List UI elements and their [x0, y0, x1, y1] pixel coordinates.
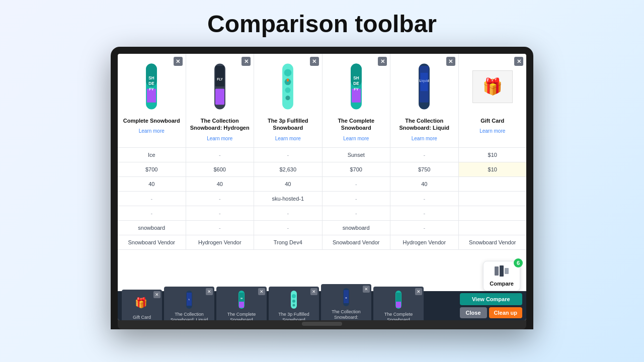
- sku-5: -: [390, 192, 459, 206]
- svg-rect-33: [239, 293, 244, 302]
- product-img-1: SH DE FY: [122, 59, 182, 114]
- toolbar-img-5: H: [339, 286, 354, 308]
- bc-4: -: [323, 206, 391, 220]
- sku-2: -: [186, 192, 255, 206]
- toolbar-remove-1[interactable]: ✕: [153, 291, 160, 298]
- remove-product-5[interactable]: ✕: [446, 57, 455, 66]
- compare-float-button[interactable]: 6 Compare: [483, 261, 520, 291]
- svg-point-39: [293, 304, 295, 307]
- learn-more-4[interactable]: Learn more: [343, 136, 369, 141]
- vendor-1: Snowboard Vendor: [118, 235, 186, 249]
- clean-up-button[interactable]: Clean up: [489, 307, 522, 318]
- toolbar-bottom-buttons: Close Clean up: [460, 307, 522, 318]
- view-compare-button[interactable]: View Compare: [460, 293, 522, 305]
- sku-3: sku-hosted-1: [254, 192, 323, 206]
- color-5: -: [390, 148, 459, 162]
- type-3: -: [254, 221, 323, 235]
- product-name-1: Complete Snowboard: [122, 117, 182, 124]
- toolbar-img-3: SH: [234, 289, 249, 311]
- gift-card-image: 🎁: [472, 70, 513, 103]
- svg-rect-8: [215, 89, 224, 105]
- product-col-4: ✕ SH DE FY The Complete Snowboard Learn …: [323, 54, 391, 147]
- toolbar-item-1: ✕ 🎁 Gift Card: [122, 290, 162, 320]
- learn-more-1[interactable]: Learn more: [139, 128, 165, 134]
- toolbar-img-2: L: [182, 289, 197, 311]
- toolbar-snowboard-2: L: [186, 290, 193, 309]
- svg-text:FY: FY: [149, 87, 154, 92]
- price-6: $10: [459, 162, 527, 176]
- barcode-row: - - - - -: [118, 206, 526, 221]
- remove-product-6[interactable]: ✕: [514, 57, 523, 66]
- product-col-5: ✕ Liquid The Collection Snowboard: Liqui…: [390, 54, 459, 147]
- product-name-3: The 3p Fulfilled Snowboard: [258, 117, 318, 132]
- learn-more-6[interactable]: Learn more: [479, 128, 505, 134]
- vendor-3: Trong Dev4: [254, 235, 323, 249]
- sku-1: -: [118, 192, 186, 206]
- bc-5: -: [390, 206, 459, 220]
- bc-3: -: [254, 206, 323, 220]
- svg-point-14: [286, 96, 290, 100]
- toolbar-item-5: ✕ ✓ H The Collection Snowboard: Hydrogen: [321, 284, 371, 320]
- product-name-6: Gift Card: [463, 117, 523, 124]
- type-row: snowboard - - snowboard -: [118, 221, 526, 235]
- vendor-5: Hydrogen Vendor: [390, 235, 459, 249]
- compare-icon: [495, 265, 509, 280]
- vendor-row: Snowboard Vendor Hydrogen Vendor Trong D…: [118, 235, 526, 250]
- compare-label: Compare: [490, 281, 514, 287]
- inv-3: 40: [254, 177, 323, 191]
- toolbar-label-6: The Complete Snowboard: [376, 312, 421, 320]
- toolbar-remove-6[interactable]: ✕: [415, 288, 422, 295]
- toolbar-snowboard-4: [290, 290, 297, 309]
- toolbar-item-4: ✕ The 3p Fulfilled Snowboard: [269, 287, 319, 320]
- toolbar-remove-3[interactable]: ✕: [258, 288, 265, 295]
- inventory-row: 40 40 40 - 40: [118, 177, 526, 192]
- remove-product-2[interactable]: ✕: [242, 57, 251, 66]
- learn-more-2[interactable]: Learn more: [207, 136, 232, 141]
- close-button[interactable]: Close: [460, 307, 487, 318]
- toolbar-item-3: ✕ SH The Complete Snowboard: [216, 287, 267, 320]
- bottom-toolbar: ✕ 🎁 Gift Card ✕ L The Collection Snowboa…: [118, 291, 526, 320]
- svg-rect-44: [396, 293, 401, 302]
- product-img-6: 🎁: [463, 59, 523, 114]
- color-4: Sunset: [323, 148, 391, 162]
- vendor-2: Hydrogen Vendor: [186, 235, 255, 249]
- snowboard-svg-3: [278, 61, 298, 112]
- svg-text:SH: SH: [240, 298, 243, 300]
- learn-more-3[interactable]: Learn more: [275, 136, 301, 141]
- svg-text:DE: DE: [353, 81, 359, 86]
- snowboard-svg-1: SH DE FY: [141, 61, 162, 112]
- toolbar-remove-2[interactable]: ✕: [206, 288, 213, 295]
- inv-4: -: [323, 177, 391, 191]
- toolbar-label-5: The Collection Snowboard: Hydrogen: [324, 309, 368, 320]
- snowboard-svg-4: SH DE FY: [346, 61, 366, 112]
- toolbar-remove-5[interactable]: ✕: [363, 286, 370, 293]
- svg-rect-15: [287, 79, 289, 81]
- sku-6: [459, 192, 527, 206]
- type-4: snowboard: [323, 221, 391, 235]
- toolbar-label-2: The Collection Snowboard: Liquid: [167, 312, 211, 320]
- svg-text:SH: SH: [149, 76, 154, 80]
- remove-product-4[interactable]: ✕: [378, 57, 387, 66]
- remove-product-1[interactable]: ✕: [174, 57, 183, 66]
- svg-rect-26: [495, 266, 499, 276]
- snowboard-svg-2: FLY: [210, 61, 230, 112]
- product-name-5: The Collection Snowboard: Liquid: [394, 117, 454, 132]
- inv-2: 40: [186, 177, 255, 191]
- color-2: -: [186, 148, 255, 162]
- product-col-3: ✕ The 3p Fulfilled Snowboard Learn more: [254, 54, 323, 147]
- type-2: -: [186, 221, 255, 235]
- price-2: $600: [186, 162, 255, 176]
- svg-text:FY: FY: [354, 87, 358, 92]
- toolbar-remove-4[interactable]: ✕: [310, 288, 317, 295]
- learn-more-5[interactable]: Learn more: [412, 136, 437, 141]
- inv-5: 40: [390, 177, 459, 191]
- screen-content: ✕ SH DE FY Complete Snowboard Learn more: [118, 54, 526, 320]
- price-4: $700: [323, 162, 391, 176]
- toolbar-label-4: The 3p Fulfilled Snowboard: [272, 312, 316, 320]
- svg-rect-7: [215, 66, 224, 86]
- price-3: $2,630: [254, 162, 323, 176]
- product-col-1: ✕ SH DE FY Complete Snowboard Learn more: [118, 54, 186, 147]
- toolbar-snowboard-6: [395, 290, 402, 309]
- bc-6: [459, 206, 527, 220]
- remove-product-3[interactable]: ✕: [310, 57, 319, 66]
